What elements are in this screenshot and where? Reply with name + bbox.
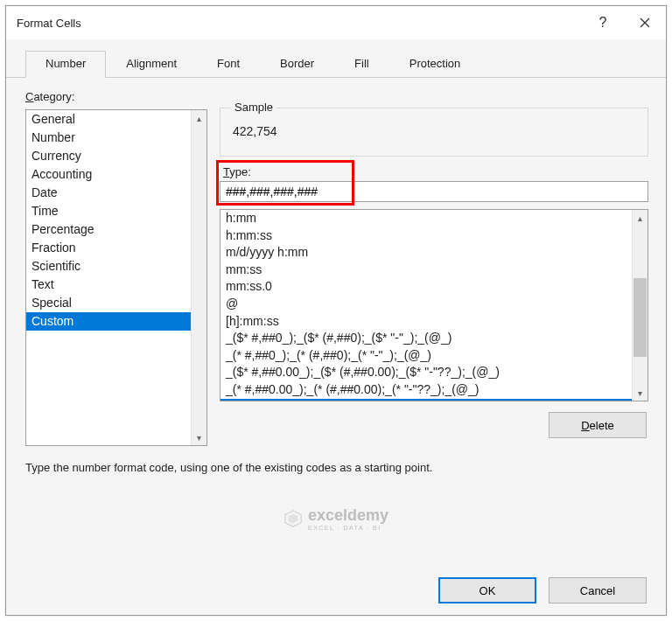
- watermark-icon: [284, 509, 303, 528]
- svg-marker-2: [285, 511, 301, 527]
- category-item[interactable]: Currency: [26, 147, 191, 165]
- format-listbox[interactable]: h:mmh:mm:ssm/d/yyyy h:mmmm:ssmm:ss.0@[h]…: [220, 209, 648, 401]
- type-input[interactable]: [220, 181, 648, 202]
- close-icon: [640, 17, 650, 28]
- tab-alignment[interactable]: Alignment: [106, 51, 197, 78]
- format-cells-dialog: Format Cells ? NumberAlignmentFontBorder…: [5, 5, 667, 616]
- format-item[interactable]: h:mm: [220, 210, 632, 227]
- tab-fill[interactable]: Fill: [334, 51, 389, 78]
- format-item[interactable]: _(* #,##0_);_(* (#,##0);_(* "-"_);_(@_): [220, 347, 632, 365]
- format-item[interactable]: m/d/yyyy h:mm: [220, 244, 632, 262]
- category-item[interactable]: Date: [26, 184, 191, 202]
- format-scrollbar[interactable]: ▴ ▾: [632, 210, 648, 401]
- format-item[interactable]: _($* #,##0.00_);_($* (#,##0.00);_($* "-"…: [220, 364, 632, 381]
- close-button[interactable]: [624, 6, 666, 39]
- hint-text: Type the number format code, using one o…: [25, 461, 432, 474]
- tabstrip: NumberAlignmentFontBorderFillProtection: [6, 39, 666, 78]
- scrollbar-thumb[interactable]: [634, 278, 647, 357]
- category-item[interactable]: Scientific: [26, 257, 191, 276]
- tab-border[interactable]: Border: [260, 51, 334, 78]
- tab-number[interactable]: Number: [25, 51, 106, 78]
- format-item[interactable]: mm:ss: [220, 262, 632, 279]
- sample-value: 422,754: [220, 108, 648, 138]
- tab-protection[interactable]: Protection: [389, 51, 481, 78]
- format-item[interactable]: [h]:mm:ss: [220, 313, 632, 331]
- cancel-button[interactable]: Cancel: [549, 577, 647, 604]
- category-item[interactable]: Custom: [26, 312, 191, 331]
- category-item[interactable]: Fraction: [26, 239, 191, 257]
- tab-font[interactable]: Font: [197, 51, 260, 78]
- category-listbox[interactable]: GeneralNumberCurrencyAccountingDateTimeP…: [25, 109, 207, 446]
- category-scrollbar[interactable]: ▴ ▾: [191, 110, 206, 445]
- sample-group: Sample 422,754: [220, 108, 648, 157]
- ok-button[interactable]: OK: [438, 577, 536, 604]
- scroll-up-icon[interactable]: ▴: [633, 210, 648, 226]
- dialog-footer: OK Cancel: [6, 566, 666, 615]
- category-item[interactable]: Number: [26, 129, 191, 147]
- category-item[interactable]: Percentage: [26, 220, 191, 239]
- scroll-down-icon[interactable]: ▾: [633, 385, 648, 401]
- scroll-down-icon[interactable]: ▾: [192, 429, 206, 445]
- watermark: exceldemy EXCEL · DATA · BI: [284, 506, 388, 531]
- delete-button[interactable]: Delete: [549, 412, 647, 438]
- svg-marker-3: [288, 514, 298, 524]
- category-item[interactable]: Accounting: [26, 165, 191, 184]
- sample-legend: Sample: [231, 101, 276, 114]
- format-item[interactable]: h:mm:ss: [220, 227, 632, 245]
- format-item[interactable]: ###,###,###,###: [220, 399, 632, 401]
- dialog-title: Format Cells: [17, 17, 582, 30]
- format-item[interactable]: _(* #,##0.00_);_(* (#,##0.00);_(* "-"??_…: [220, 381, 632, 399]
- tab-content-number: Category: GeneralNumberCurrencyAccountin…: [6, 78, 666, 566]
- titlebar: Format Cells ?: [6, 6, 666, 39]
- format-item[interactable]: @: [220, 296, 632, 313]
- category-label: Category:: [25, 90, 647, 103]
- help-button[interactable]: ?: [582, 6, 624, 39]
- category-item[interactable]: Text: [26, 276, 191, 294]
- category-item[interactable]: Special: [26, 294, 191, 312]
- type-group: Type:: [220, 164, 648, 202]
- format-item[interactable]: mm:ss.0: [220, 278, 632, 296]
- category-item[interactable]: General: [26, 110, 191, 129]
- category-item[interactable]: Time: [26, 202, 191, 220]
- type-label: Type:: [220, 164, 648, 181]
- format-item[interactable]: _($* #,##0_);_($* (#,##0);_($* "-"_);_(@…: [220, 330, 632, 347]
- scroll-up-icon[interactable]: ▴: [192, 110, 206, 126]
